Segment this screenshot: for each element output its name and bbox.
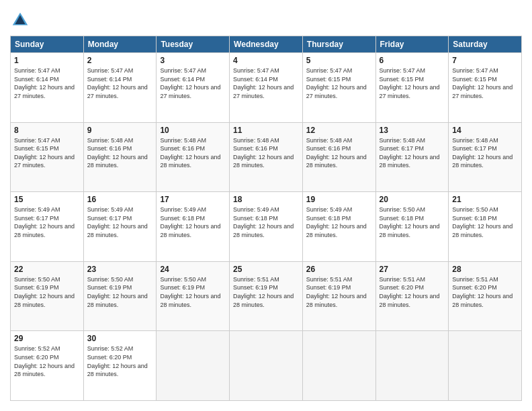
day-number: 17 bbox=[160, 195, 226, 204]
day-info: Sunrise: 5:50 AMSunset: 6:18 PMDaylight:… bbox=[380, 205, 445, 239]
day-number: 30 bbox=[87, 334, 153, 343]
calendar-week-row: 8Sunrise: 5:47 AMSunset: 6:15 PMDaylight… bbox=[11, 122, 522, 192]
day-number: 14 bbox=[452, 126, 518, 135]
table-row: 20Sunrise: 5:50 AMSunset: 6:18 PMDayligh… bbox=[375, 192, 449, 262]
day-info: Sunrise: 5:49 AMSunset: 6:18 PMDaylight:… bbox=[306, 205, 372, 239]
table-row: 21Sunrise: 5:50 AMSunset: 6:18 PMDayligh… bbox=[449, 192, 522, 262]
day-info: Sunrise: 5:47 AMSunset: 6:15 PMDaylight:… bbox=[380, 66, 445, 100]
day-info: Sunrise: 5:49 AMSunset: 6:18 PMDaylight:… bbox=[233, 205, 299, 239]
col-tuesday: Tuesday bbox=[157, 36, 230, 53]
day-info: Sunrise: 5:50 AMSunset: 6:18 PMDaylight:… bbox=[452, 205, 518, 239]
table-row: 8Sunrise: 5:47 AMSunset: 6:15 PMDaylight… bbox=[11, 122, 84, 192]
table-row: 9Sunrise: 5:48 AMSunset: 6:16 PMDaylight… bbox=[83, 122, 157, 192]
day-info: Sunrise: 5:48 AMSunset: 6:17 PMDaylight:… bbox=[452, 136, 518, 170]
day-number: 15 bbox=[14, 195, 80, 204]
day-info: Sunrise: 5:48 AMSunset: 6:16 PMDaylight:… bbox=[160, 136, 226, 170]
calendar-header-row: Sunday Monday Tuesday Wednesday Thursday… bbox=[11, 36, 522, 53]
day-info: Sunrise: 5:47 AMSunset: 6:15 PMDaylight:… bbox=[452, 66, 518, 100]
day-number: 5 bbox=[306, 56, 372, 65]
table-row: 29Sunrise: 5:52 AMSunset: 6:20 PMDayligh… bbox=[11, 331, 84, 401]
day-number: 8 bbox=[14, 126, 80, 135]
day-info: Sunrise: 5:50 AMSunset: 6:19 PMDaylight:… bbox=[87, 275, 153, 309]
day-number: 12 bbox=[306, 126, 372, 135]
day-info: Sunrise: 5:47 AMSunset: 6:15 PMDaylight:… bbox=[306, 66, 372, 100]
table-row: 5Sunrise: 5:47 AMSunset: 6:15 PMDaylight… bbox=[302, 53, 375, 123]
page: Sunday Monday Tuesday Wednesday Thursday… bbox=[0, 0, 532, 411]
col-thursday: Thursday bbox=[302, 36, 375, 53]
day-number: 7 bbox=[452, 56, 518, 65]
day-number: 25 bbox=[233, 265, 299, 274]
table-row: 11Sunrise: 5:48 AMSunset: 6:16 PMDayligh… bbox=[230, 122, 303, 192]
day-number: 18 bbox=[233, 195, 299, 204]
day-number: 9 bbox=[87, 126, 153, 135]
calendar-table: Sunday Monday Tuesday Wednesday Thursday… bbox=[10, 36, 522, 401]
day-number: 4 bbox=[233, 56, 299, 65]
table-row: 24Sunrise: 5:50 AMSunset: 6:19 PMDayligh… bbox=[157, 261, 230, 331]
day-number: 21 bbox=[452, 195, 518, 204]
day-number: 27 bbox=[380, 265, 445, 274]
table-row: 4Sunrise: 5:47 AMSunset: 6:14 PMDaylight… bbox=[230, 53, 303, 123]
day-number: 29 bbox=[14, 334, 80, 343]
table-row: 28Sunrise: 5:51 AMSunset: 6:20 PMDayligh… bbox=[449, 261, 522, 331]
col-sunday: Sunday bbox=[11, 36, 84, 53]
day-info: Sunrise: 5:48 AMSunset: 6:17 PMDaylight:… bbox=[380, 136, 445, 170]
day-info: Sunrise: 5:47 AMSunset: 6:14 PMDaylight:… bbox=[87, 66, 153, 100]
table-row: 12Sunrise: 5:48 AMSunset: 6:16 PMDayligh… bbox=[302, 122, 375, 192]
day-number: 20 bbox=[380, 195, 445, 204]
day-info: Sunrise: 5:51 AMSunset: 6:20 PMDaylight:… bbox=[380, 275, 445, 309]
col-wednesday: Wednesday bbox=[230, 36, 303, 53]
col-friday: Friday bbox=[375, 36, 449, 53]
day-info: Sunrise: 5:49 AMSunset: 6:17 PMDaylight:… bbox=[87, 205, 153, 239]
table-row: 27Sunrise: 5:51 AMSunset: 6:20 PMDayligh… bbox=[375, 261, 449, 331]
day-number: 28 bbox=[452, 265, 518, 274]
day-info: Sunrise: 5:51 AMSunset: 6:20 PMDaylight:… bbox=[452, 275, 518, 309]
day-info: Sunrise: 5:51 AMSunset: 6:19 PMDaylight:… bbox=[233, 275, 299, 309]
day-number: 19 bbox=[306, 195, 372, 204]
day-number: 3 bbox=[160, 56, 226, 65]
table-row: 2Sunrise: 5:47 AMSunset: 6:14 PMDaylight… bbox=[83, 53, 157, 123]
day-number: 22 bbox=[14, 265, 80, 274]
table-row: 30Sunrise: 5:52 AMSunset: 6:20 PMDayligh… bbox=[83, 331, 157, 401]
table-row bbox=[157, 331, 230, 401]
day-info: Sunrise: 5:48 AMSunset: 6:16 PMDaylight:… bbox=[233, 136, 299, 170]
day-number: 6 bbox=[380, 56, 445, 65]
table-row: 17Sunrise: 5:49 AMSunset: 6:18 PMDayligh… bbox=[157, 192, 230, 262]
day-number: 11 bbox=[233, 126, 299, 135]
table-row: 14Sunrise: 5:48 AMSunset: 6:17 PMDayligh… bbox=[449, 122, 522, 192]
table-row: 16Sunrise: 5:49 AMSunset: 6:17 PMDayligh… bbox=[83, 192, 157, 262]
table-row: 7Sunrise: 5:47 AMSunset: 6:15 PMDaylight… bbox=[449, 53, 522, 123]
logo-icon bbox=[10, 10, 30, 30]
table-row: 22Sunrise: 5:50 AMSunset: 6:19 PMDayligh… bbox=[11, 261, 84, 331]
day-number: 24 bbox=[160, 265, 226, 274]
day-info: Sunrise: 5:49 AMSunset: 6:17 PMDaylight:… bbox=[14, 205, 80, 239]
day-number: 1 bbox=[14, 56, 80, 65]
day-number: 13 bbox=[380, 126, 445, 135]
col-saturday: Saturday bbox=[449, 36, 522, 53]
table-row: 19Sunrise: 5:49 AMSunset: 6:18 PMDayligh… bbox=[302, 192, 375, 262]
table-row: 13Sunrise: 5:48 AMSunset: 6:17 PMDayligh… bbox=[375, 122, 449, 192]
day-info: Sunrise: 5:48 AMSunset: 6:16 PMDaylight:… bbox=[306, 136, 372, 170]
calendar-week-row: 1Sunrise: 5:47 AMSunset: 6:14 PMDaylight… bbox=[11, 53, 522, 123]
day-info: Sunrise: 5:47 AMSunset: 6:15 PMDaylight:… bbox=[14, 136, 80, 170]
calendar-week-row: 15Sunrise: 5:49 AMSunset: 6:17 PMDayligh… bbox=[11, 192, 522, 262]
day-info: Sunrise: 5:49 AMSunset: 6:18 PMDaylight:… bbox=[160, 205, 226, 239]
day-number: 2 bbox=[87, 56, 153, 65]
col-monday: Monday bbox=[83, 36, 157, 53]
day-info: Sunrise: 5:48 AMSunset: 6:16 PMDaylight:… bbox=[87, 136, 153, 170]
day-info: Sunrise: 5:50 AMSunset: 6:19 PMDaylight:… bbox=[14, 275, 80, 309]
table-row: 18Sunrise: 5:49 AMSunset: 6:18 PMDayligh… bbox=[230, 192, 303, 262]
table-row: 6Sunrise: 5:47 AMSunset: 6:15 PMDaylight… bbox=[375, 53, 449, 123]
logo bbox=[10, 10, 33, 30]
table-row bbox=[375, 331, 449, 401]
day-number: 23 bbox=[87, 265, 153, 274]
table-row: 3Sunrise: 5:47 AMSunset: 6:14 PMDaylight… bbox=[157, 53, 230, 123]
table-row: 1Sunrise: 5:47 AMSunset: 6:14 PMDaylight… bbox=[11, 53, 84, 123]
day-number: 26 bbox=[306, 265, 372, 274]
day-info: Sunrise: 5:51 AMSunset: 6:19 PMDaylight:… bbox=[306, 275, 372, 309]
day-info: Sunrise: 5:50 AMSunset: 6:19 PMDaylight:… bbox=[160, 275, 226, 309]
calendar-week-row: 29Sunrise: 5:52 AMSunset: 6:20 PMDayligh… bbox=[11, 331, 522, 401]
day-info: Sunrise: 5:47 AMSunset: 6:14 PMDaylight:… bbox=[160, 66, 226, 100]
table-row bbox=[230, 331, 303, 401]
header bbox=[10, 10, 522, 30]
table-row: 26Sunrise: 5:51 AMSunset: 6:19 PMDayligh… bbox=[302, 261, 375, 331]
